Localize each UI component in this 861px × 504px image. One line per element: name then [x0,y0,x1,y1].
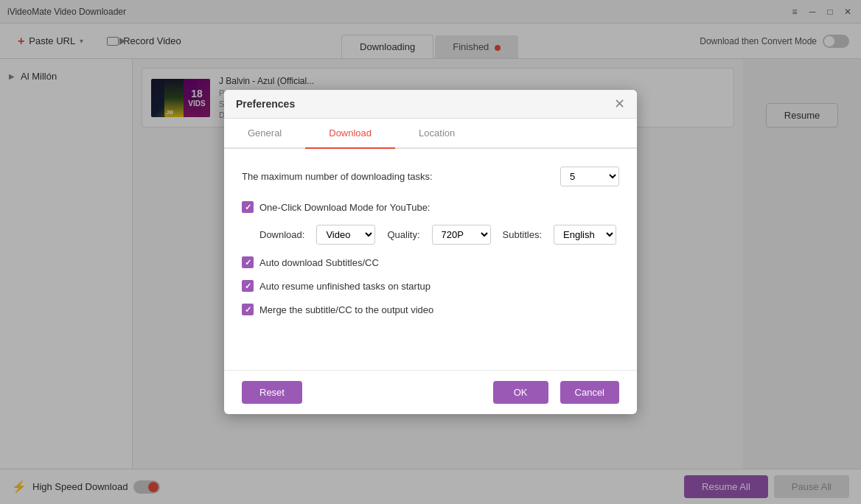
preferences-modal: Preferences ✕ General Download Location … [224,90,637,414]
auto-subtitles-row: Auto download Subtitles/CC [242,256,619,268]
reset-button[interactable]: Reset [242,381,302,404]
max-tasks-dropdown[interactable]: 5 1 2 3 4 6 7 8 [560,167,619,186]
auto-subtitles-label: Auto download Subtitles/CC [259,257,379,268]
one-click-checkbox[interactable] [242,201,254,213]
download-type-dropdown[interactable]: Video Audio [316,225,375,245]
subtitles-dropdown[interactable]: English Spanish French Auto [554,225,616,245]
download-type-label: Download: [259,229,304,240]
subtitles-label: Subtitles: [503,229,542,240]
merge-subtitle-label: Merge the subtitle/CC to the output vide… [259,304,433,315]
tab-general[interactable]: General [224,119,305,147]
auto-resume-label: Auto resume unfinished tasks on startup [259,281,430,292]
tab-download[interactable]: Download [305,119,395,147]
auto-subtitles-checkbox[interactable] [242,256,254,268]
cancel-button[interactable]: Cancel [560,381,619,404]
modal-header: Preferences ✕ [224,90,637,119]
modal-close-button[interactable]: ✕ [614,97,625,111]
modal-title: Preferences [236,98,295,110]
modal-footer-right: OK Cancel [493,381,619,404]
ok-button[interactable]: OK [493,381,548,404]
max-tasks-row: The maximum number of downloading tasks:… [242,167,619,186]
merge-subtitle-checkbox[interactable] [242,304,254,315]
merge-subtitle-row: Merge the subtitle/CC to the output vide… [242,304,619,315]
quality-label: Quality: [387,229,419,240]
quality-dropdown[interactable]: 360P 480P 720P 1080P [432,225,491,245]
one-click-row: One-Click Download Mode for YouTube: [242,201,619,213]
download-options-row: Download: Video Audio Quality: 360P 480P… [259,225,619,245]
modal-overlay: Preferences ✕ General Download Location … [0,0,861,504]
max-tasks-label: The maximum number of downloading tasks: [242,171,433,182]
modal-footer: Reset OK Cancel [224,370,637,414]
auto-resume-row: Auto resume unfinished tasks on startup [242,280,619,292]
modal-body: The maximum number of downloading tasks:… [224,149,637,370]
auto-resume-checkbox[interactable] [242,280,254,292]
tab-location[interactable]: Location [395,119,478,147]
one-click-label: One-Click Download Mode for YouTube: [259,202,430,213]
modal-tabs: General Download Location [224,119,637,149]
